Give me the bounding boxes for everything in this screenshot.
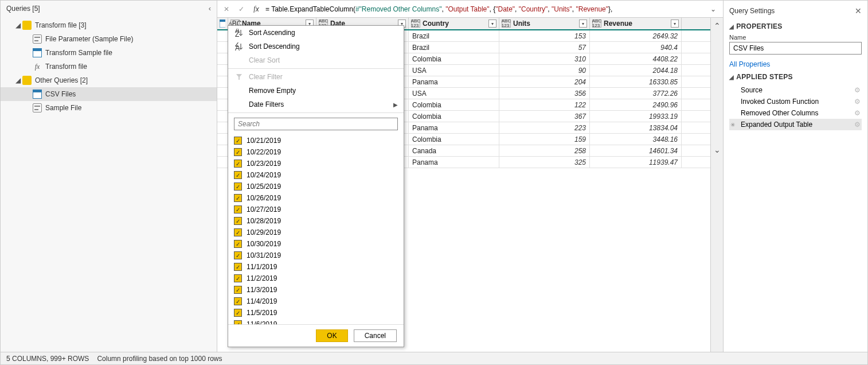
type-icon[interactable]: ABC123 — [502, 20, 511, 28]
cancel-formula-icon[interactable]: ✕ — [221, 3, 232, 15]
vertical-scrollbar[interactable]: ⌃ ⌄ — [710, 18, 723, 352]
all-properties-link[interactable]: All Properties — [729, 60, 862, 68]
table-icon-header[interactable] — [217, 18, 228, 29]
filter-value[interactable]: 10/30/2019 — [234, 238, 401, 250]
query-csv-files[interactable]: CSV Files — [1, 87, 217, 101]
gear-icon[interactable]: ⚙ — [854, 109, 861, 117]
filter-value[interactable]: 10/23/2019 — [234, 158, 401, 169]
folder-transform-file-3-[interactable]: ◢Transform file [3] — [1, 18, 217, 32]
date-filters[interactable]: Date Filters ▶ — [228, 98, 404, 111]
cell-country: Brazil — [409, 42, 499, 53]
expand-formula-icon[interactable]: ⌄ — [707, 5, 720, 13]
query-sample-file[interactable]: Sample File — [1, 101, 217, 115]
checkbox-icon[interactable] — [234, 240, 242, 248]
step-invoked-custom-function[interactable]: Invoked Custom Function⚙ — [729, 96, 862, 107]
sort-ascending[interactable]: AZ Sort Ascending — [228, 26, 404, 40]
caret-icon[interactable]: ◢ — [729, 24, 734, 30]
query-file-parameter-sample-file-[interactable]: File Parameter (Sample File) — [1, 32, 217, 46]
sort-descending[interactable]: ZA Sort Descending — [228, 40, 404, 53]
fx-icon[interactable]: fx — [251, 3, 262, 15]
filter-value-label: 10/27/2019 — [247, 205, 281, 213]
filter-search-input[interactable] — [234, 118, 398, 130]
column-header-units[interactable]: ABC123Units▾ — [499, 18, 590, 29]
date-filter-dropdown: AZ Sort Ascending ZA Sort Descending Cle… — [228, 25, 404, 347]
filter-value-label: 10/24/2019 — [247, 171, 281, 179]
checkbox-icon[interactable] — [234, 274, 242, 282]
query-name-input[interactable] — [729, 42, 862, 55]
checkbox-icon[interactable] — [234, 309, 242, 317]
filter-dropdown-icon[interactable]: ▾ — [488, 20, 496, 28]
checkbox-icon[interactable] — [234, 148, 242, 156]
commit-formula-icon[interactable]: ✓ — [236, 3, 247, 15]
filter-value[interactable]: 11/6/2019 — [234, 319, 401, 324]
cell-revenue: 3772.26 — [590, 88, 682, 99]
cancel-button[interactable]: Cancel — [354, 329, 397, 342]
scroll-down-icon[interactable]: ⌄ — [714, 145, 721, 154]
filter-value[interactable]: 10/25/2019 — [234, 181, 401, 192]
checkbox-icon[interactable] — [234, 320, 242, 324]
filter-value[interactable]: 11/5/2019 — [234, 307, 401, 319]
checkbox-icon[interactable] — [234, 286, 242, 294]
remove-empty[interactable]: Remove Empty — [228, 84, 404, 98]
query-transform-sample-file[interactable]: Transform Sample file — [1, 46, 217, 60]
checkbox-icon[interactable] — [234, 205, 242, 213]
checkbox-icon[interactable] — [234, 297, 242, 305]
filter-value[interactable]: 10/27/2019 — [234, 204, 401, 215]
status-bar: 5 COLUMNS, 999+ ROWS Column profiling ba… — [1, 352, 867, 364]
checkbox-icon[interactable] — [234, 228, 242, 236]
filter-value-label: 11/2/2019 — [247, 274, 277, 282]
step-expanded-output-table[interactable]: ✳Expanded Output Table⚙ — [729, 119, 862, 130]
checkbox-icon[interactable] — [234, 251, 242, 259]
filter-values-list[interactable]: 10/21/201910/22/201910/23/201910/24/2019… — [234, 135, 401, 324]
gear-icon[interactable]: ⚙ — [854, 98, 861, 106]
filter-value[interactable]: 11/4/2019 — [234, 296, 401, 307]
column-header-revenue[interactable]: ABC123Revenue▾ — [590, 18, 682, 29]
filter-value[interactable]: 11/1/2019 — [234, 261, 401, 273]
checkbox-icon[interactable] — [234, 182, 242, 191]
scroll-up-icon[interactable]: ⌃ — [714, 21, 721, 30]
folder-other-queries-2-[interactable]: ◢Other Queries [2] — [1, 73, 217, 87]
filter-value[interactable]: 10/31/2019 — [234, 250, 401, 261]
cell-units: 122 — [499, 99, 590, 110]
filter-value[interactable]: 10/26/2019 — [234, 192, 401, 204]
filter-value[interactable]: 11/3/2019 — [234, 284, 401, 296]
filter-value[interactable]: 10/29/2019 — [234, 227, 401, 238]
cell-units: 356 — [499, 88, 590, 99]
svg-text:Z: Z — [235, 30, 239, 37]
ok-button[interactable]: OK — [316, 329, 347, 342]
checkbox-icon[interactable] — [234, 217, 242, 225]
checkbox-icon[interactable] — [234, 263, 242, 271]
cell-revenue: 2490.96 — [590, 99, 682, 110]
step-removed-other-columns[interactable]: Removed Other Columns⚙ — [729, 107, 862, 119]
checkbox-icon[interactable] — [234, 171, 242, 179]
cell-revenue: 2044.18 — [590, 65, 682, 76]
filter-value[interactable]: 11/2/2019 — [234, 273, 401, 284]
cell-country: Brazil — [409, 30, 499, 41]
column-header-country[interactable]: ABC123Country▾ — [409, 18, 499, 29]
cell-revenue: 13834.04 — [590, 122, 682, 133]
gear-icon[interactable]: ⚙ — [854, 86, 861, 94]
filter-value[interactable]: 10/21/2019 — [234, 135, 401, 146]
sort-desc-label: Sort Descending — [249, 42, 300, 51]
type-icon[interactable]: ABC123 — [411, 20, 420, 28]
checkbox-icon[interactable] — [234, 160, 242, 168]
query-transform-file[interactable]: fxTransform file — [1, 60, 217, 73]
close-settings-icon[interactable]: ✕ — [855, 6, 862, 15]
caret-icon[interactable]: ◢ — [729, 74, 734, 80]
checkbox-icon[interactable] — [234, 137, 242, 145]
checkbox-icon[interactable] — [234, 194, 242, 202]
type-icon[interactable]: ABC123 — [592, 20, 601, 28]
gear-icon[interactable]: ⚙ — [854, 121, 861, 129]
formula-text[interactable]: = Table.ExpandTableColumn(#"Removed Othe… — [265, 5, 703, 13]
filter-value[interactable]: 10/28/2019 — [234, 215, 401, 227]
filter-value-label: 10/22/2019 — [247, 148, 281, 156]
filter-dropdown-icon[interactable]: ▾ — [579, 20, 587, 28]
sort-asc-icon: AZ — [234, 29, 244, 37]
step-source[interactable]: Source⚙ — [729, 84, 862, 96]
filter-value[interactable]: 10/22/2019 — [234, 146, 401, 158]
filter-value-label: 10/31/2019 — [247, 251, 281, 259]
collapse-queries-icon[interactable]: ‹ — [209, 4, 211, 13]
date-filters-label: Date Filters — [249, 100, 284, 108]
filter-value[interactable]: 10/24/2019 — [234, 169, 401, 181]
filter-dropdown-icon[interactable]: ▾ — [671, 20, 679, 28]
